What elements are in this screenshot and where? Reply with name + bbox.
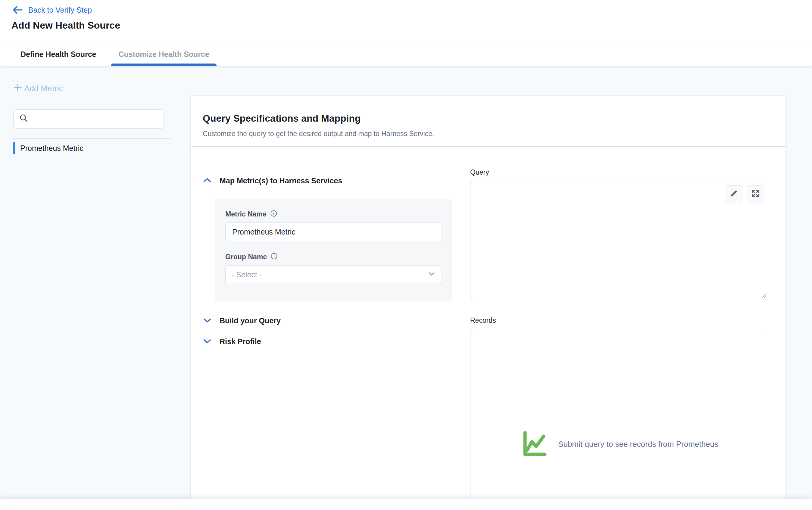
add-metric-label: Add Metric: [24, 84, 63, 93]
metric-mapping-panel: Metric Name Group Name - Select -: [215, 199, 453, 301]
back-arrow-icon: [12, 5, 23, 14]
sticky-footer-bar: [0, 499, 812, 510]
plus-icon: [13, 83, 22, 94]
card-subtitle: Customize the query to get the desired o…: [203, 129, 774, 138]
query-label: Query: [470, 168, 768, 176]
pencil-icon: [729, 189, 738, 199]
query-column: Query: [470, 168, 768, 510]
tab-bar: Define Health Source Customize Health So…: [0, 43, 812, 66]
metric-name-input[interactable]: [225, 222, 442, 241]
sidebar-divider: [13, 138, 171, 139]
group-name-select[interactable]: - Select -: [225, 265, 442, 284]
metric-search-box[interactable]: [13, 109, 164, 128]
search-icon: [19, 114, 29, 124]
query-textarea[interactable]: [470, 181, 768, 301]
expand-icon: [751, 189, 760, 199]
query-editor: [470, 181, 768, 301]
group-name-label: Group Name: [225, 253, 267, 261]
records-empty-message: Submit query to see records from Prometh…: [558, 440, 718, 449]
card-divider: [191, 146, 785, 147]
selected-indicator-bar: [13, 142, 16, 154]
resize-handle-icon[interactable]: [761, 293, 767, 300]
add-metric-button[interactable]: Add Metric: [13, 83, 63, 94]
section-risk-profile-title: Risk Profile: [220, 337, 261, 346]
query-specifications-card: Query Specifications and Mapping Customi…: [190, 95, 786, 510]
metric-name-label: Metric Name: [225, 210, 266, 218]
section-risk-profile[interactable]: Risk Profile: [203, 337, 468, 346]
chevron-down-icon: [203, 337, 212, 346]
tab-define-health-source[interactable]: Define Health Source: [19, 43, 98, 66]
tab-customize-health-source[interactable]: Customize Health Source: [111, 43, 216, 66]
records-empty-state: Submit query to see records from Prometh…: [520, 429, 718, 459]
chevron-down-icon: [203, 317, 212, 325]
sidebar-item-prometheus-metric[interactable]: Prometheus Metric: [13, 142, 190, 155]
page-header: Back to Verify Step Add New Health Sourc…: [0, 0, 812, 43]
chevron-up-icon: [203, 177, 212, 185]
expand-query-button[interactable]: [747, 185, 764, 203]
records-label: Records: [470, 316, 768, 325]
chevron-down-icon: [428, 271, 436, 278]
line-chart-icon: [520, 429, 549, 459]
tab-customize-label: Customize Health Source: [118, 50, 209, 59]
active-tab-underline: [111, 63, 216, 66]
section-build-your-query[interactable]: Build your Query: [203, 317, 468, 325]
info-icon[interactable]: [270, 210, 278, 218]
section-map-metrics-title: Map Metric(s) to Harness Services: [220, 176, 342, 185]
mapping-column: Map Metric(s) to Harness Services Metric…: [203, 176, 468, 346]
card-header: Query Specifications and Mapping Customi…: [191, 96, 785, 138]
edit-query-button[interactable]: [725, 185, 743, 203]
metrics-sidebar: Add Metric Prometheus Metric: [0, 66, 190, 510]
tab-define-label: Define Health Source: [21, 50, 96, 59]
metric-item-label: Prometheus Metric: [20, 144, 83, 153]
group-name-placeholder: - Select -: [232, 270, 262, 279]
section-map-metrics[interactable]: Map Metric(s) to Harness Services: [203, 176, 468, 185]
page-title: Add New Health Source: [11, 20, 120, 31]
info-icon[interactable]: [270, 252, 278, 261]
content-area: Add Metric Prometheus Metric Query Speci…: [0, 66, 812, 510]
card-title: Query Specifications and Mapping: [203, 113, 774, 124]
records-panel: Submit query to see records from Prometh…: [470, 329, 768, 510]
section-build-your-query-title: Build your Query: [220, 317, 281, 325]
back-link-label: Back to Verify Step: [28, 6, 92, 14]
back-to-verify-link[interactable]: Back to Verify Step: [12, 5, 92, 14]
metric-search-input[interactable]: [32, 110, 158, 128]
